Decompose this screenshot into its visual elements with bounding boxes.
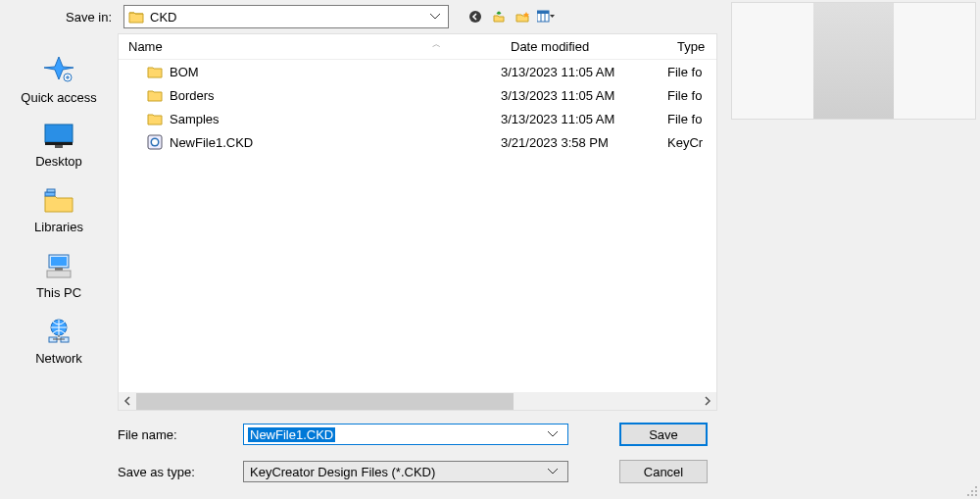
svg-point-25 bbox=[975, 494, 977, 496]
chevron-down-icon bbox=[548, 469, 564, 474]
folder-row[interactable]: BOM3/13/2023 11:05 AMFile fo bbox=[119, 60, 716, 83]
file-name-label: File name: bbox=[118, 427, 243, 442]
file-name: BOM bbox=[170, 65, 199, 79]
svg-rect-14 bbox=[47, 271, 71, 277]
save-button[interactable]: Save bbox=[619, 423, 708, 446]
file-date: 3/13/2023 11:05 AM bbox=[501, 65, 667, 79]
scroll-thumb[interactable] bbox=[136, 393, 514, 410]
back-button[interactable] bbox=[466, 8, 484, 25]
view-menu-button[interactable] bbox=[537, 8, 555, 25]
file-type: File fo bbox=[667, 112, 716, 126]
horizontal-scrollbar[interactable] bbox=[119, 392, 716, 410]
scroll-right-button[interactable] bbox=[699, 393, 716, 410]
file-name: NewFile1.CKD bbox=[170, 135, 253, 150]
place-label: Libraries bbox=[34, 220, 83, 234]
svg-point-24 bbox=[971, 494, 973, 496]
save-as-type-combo[interactable]: KeyCreator Design Files (*.CKD) bbox=[243, 461, 568, 482]
place-label: This PC bbox=[36, 285, 81, 300]
save-in-combo[interactable]: CKD bbox=[123, 5, 449, 28]
file-name-value: NewFile1.CKD bbox=[248, 427, 335, 442]
folder-icon bbox=[146, 111, 164, 126]
svg-point-22 bbox=[975, 490, 977, 492]
file-date: 3/13/2023 11:05 AM bbox=[501, 112, 667, 126]
file-list-pane: ︿ Name Date modified Type BOM3/13/2023 1… bbox=[118, 33, 717, 411]
place-label: Network bbox=[35, 351, 82, 366]
svg-rect-2 bbox=[537, 11, 549, 14]
svg-rect-8 bbox=[55, 145, 63, 148]
save-as-type-value: KeyCreator Design Files (*.CKD) bbox=[248, 465, 548, 479]
network-icon bbox=[41, 318, 76, 347]
column-headers[interactable]: ︿ Name Date modified Type bbox=[119, 34, 716, 60]
file-type: KeyCr bbox=[667, 135, 716, 150]
folder-row[interactable]: Borders3/13/2023 11:05 AMFile fo bbox=[119, 83, 716, 107]
scroll-left-button[interactable] bbox=[119, 393, 136, 410]
folder-row[interactable]: Samples3/13/2023 11:05 AMFile fo bbox=[119, 107, 716, 130]
svg-rect-9 bbox=[45, 192, 55, 196]
folder-icon bbox=[146, 87, 164, 103]
place-quick-access[interactable]: Quick access bbox=[21, 55, 96, 105]
preview-pane bbox=[731, 2, 976, 120]
file-name-combo[interactable]: NewFile1.CKD bbox=[243, 424, 568, 445]
desktop-icon bbox=[41, 123, 76, 150]
file-type: File fo bbox=[667, 65, 716, 79]
chevron-down-icon bbox=[430, 14, 444, 20]
chevron-down-icon bbox=[548, 431, 564, 437]
svg-point-0 bbox=[469, 11, 481, 23]
quick-access-icon bbox=[41, 55, 76, 86]
svg-rect-10 bbox=[47, 189, 55, 192]
resize-grip-icon[interactable] bbox=[964, 483, 978, 497]
folder-icon bbox=[146, 64, 164, 79]
new-folder-button[interactable] bbox=[514, 8, 531, 25]
file-row[interactable]: NewFile1.CKD3/21/2023 3:58 PMKeyCr bbox=[119, 130, 716, 154]
this-pc-icon bbox=[41, 252, 76, 281]
place-label: Desktop bbox=[35, 154, 82, 169]
column-header-type[interactable]: Type bbox=[667, 39, 716, 54]
place-label: Quick access bbox=[21, 90, 96, 105]
save-in-value: CKD bbox=[150, 10, 430, 25]
place-libraries[interactable]: Libraries bbox=[34, 186, 83, 234]
place-network[interactable]: Network bbox=[35, 318, 82, 366]
libraries-icon bbox=[41, 186, 76, 216]
place-this-pc[interactable]: This PC bbox=[36, 252, 81, 300]
save-in-label: Save in: bbox=[37, 10, 123, 25]
folder-icon bbox=[128, 10, 144, 24]
column-header-date[interactable]: Date modified bbox=[501, 39, 667, 54]
svg-point-20 bbox=[975, 486, 977, 488]
svg-rect-7 bbox=[45, 142, 73, 145]
places-bar: Quick access Desktop Libraries bbox=[0, 33, 118, 411]
file-icon bbox=[146, 134, 164, 150]
svg-point-23 bbox=[967, 494, 969, 496]
file-name: Borders bbox=[170, 88, 215, 103]
file-name: Samples bbox=[170, 112, 220, 126]
column-header-name[interactable]: Name bbox=[119, 39, 501, 54]
scroll-track[interactable] bbox=[136, 393, 699, 410]
sort-indicator-icon: ︿ bbox=[432, 38, 441, 51]
file-date: 3/21/2023 3:58 PM bbox=[501, 135, 667, 150]
svg-point-21 bbox=[971, 490, 973, 492]
cancel-button[interactable]: Cancel bbox=[619, 460, 708, 483]
svg-rect-6 bbox=[45, 125, 73, 142]
place-desktop[interactable]: Desktop bbox=[35, 123, 82, 169]
file-date: 3/13/2023 11:05 AM bbox=[501, 88, 667, 103]
up-one-level-button[interactable] bbox=[490, 8, 508, 25]
file-type: File fo bbox=[667, 88, 716, 103]
save-as-type-label: Save as type: bbox=[118, 465, 243, 479]
svg-rect-12 bbox=[51, 257, 67, 266]
